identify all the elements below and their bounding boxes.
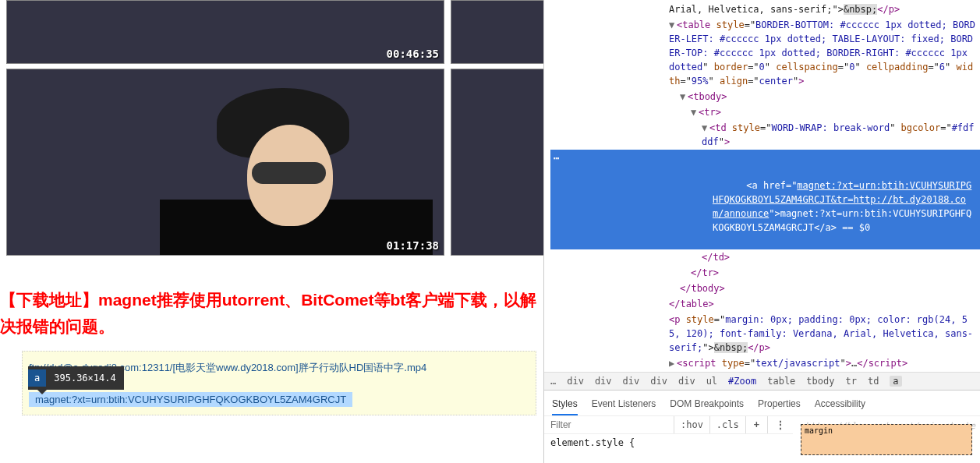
- box-model: https://blog.csdn.net/weixunbughe margin: [793, 416, 980, 463]
- dom-script1[interactable]: ▶<script type="text/javascript">…</scrip…: [550, 355, 980, 371]
- styles-body: :hov .cls + ⋮ element.style { https://bl…: [544, 415, 980, 463]
- tab-styles[interactable]: Styles: [552, 395, 578, 415]
- inspect-tooltip: a 395.36×14.4: [28, 366, 124, 390]
- margin-label: margin: [805, 426, 833, 435]
- collapse-arrow-icon[interactable]: ▶: [669, 356, 677, 370]
- dom-line[interactable]: Arial, Helvetica, sans-serif;">&nbsp;</p…: [550, 2, 980, 17]
- dom-p2[interactable]: <p style="margin: 0px; padding: 0px; col…: [550, 312, 980, 355]
- page-content: 00:46:35 01:17:38 【下载地址】magnet推荐使用utorre…: [0, 0, 543, 463]
- expand-arrow-icon[interactable]: ▼: [691, 105, 699, 119]
- dom-tbody-close[interactable]: </tbody>: [550, 281, 980, 296]
- tab-dom-breakpoints[interactable]: DOM Breakpoints: [670, 395, 744, 415]
- video-thumbnail-2[interactable]: 01:17:38: [6, 69, 444, 256]
- crumb[interactable]: …: [550, 376, 556, 387]
- video-thumbnail-side-2[interactable]: [451, 69, 543, 256]
- cls-toggle[interactable]: .cls: [709, 416, 745, 433]
- elements-tree[interactable]: Arial, Helvetica, sans-serif;">&nbsp;</p…: [544, 0, 980, 372]
- dom-script2[interactable]: <script src="/jsdd/750.js"></script>: [550, 371, 980, 372]
- expand-arrow-icon[interactable]: ▼: [680, 90, 688, 104]
- styles-tabs: Styles Event Listeners DOM Breakpoints P…: [544, 390, 980, 415]
- crumb[interactable]: div: [650, 376, 667, 387]
- dom-table-open[interactable]: ▼<table style="BORDER-BOTTOM: #cccccc 1p…: [550, 17, 980, 89]
- crumb-zoom[interactable]: #Zoom: [728, 376, 756, 387]
- crumb[interactable]: tbody: [806, 376, 834, 387]
- dom-td-close[interactable]: </td>: [550, 249, 980, 265]
- tab-event-listeners[interactable]: Event Listeners: [592, 395, 656, 415]
- new-rule-button[interactable]: +: [745, 416, 767, 433]
- crumb[interactable]: div: [567, 376, 584, 387]
- styles-filter-input[interactable]: [544, 416, 674, 433]
- breadcrumb[interactable]: … div div div div div ul #Zoom table tbo…: [544, 372, 980, 390]
- magnet-link[interactable]: magnet:?xt=urn:btih:VCUHYSURIPGHFQKOGKBO…: [29, 392, 352, 407]
- expand-arrow-icon[interactable]: ▼: [669, 18, 677, 32]
- crumb[interactable]: table: [767, 376, 795, 387]
- tooltip-dims: 395.36×14.4: [46, 369, 123, 387]
- video-thumbnail-side-1[interactable]: [451, 0, 543, 64]
- timestamp-2: 01:17:38: [387, 239, 439, 252]
- dom-tbody[interactable]: ▼<tbody>: [550, 89, 980, 104]
- crumb[interactable]: div: [678, 376, 695, 387]
- styles-filter-row: :hov .cls + ⋮: [544, 416, 793, 434]
- video-thumbnail-1[interactable]: 00:46:35: [6, 0, 444, 64]
- dom-table-close[interactable]: </table>: [550, 296, 980, 312]
- dom-selected-anchor[interactable]: ⋯ <a href="magnet:?xt=urn:btih:VCUHYSURI…: [550, 150, 980, 249]
- crumb[interactable]: tr: [845, 376, 856, 387]
- timestamp-1: 00:46:35: [387, 48, 439, 60]
- ellipsis-icon[interactable]: ⋯: [554, 151, 559, 165]
- hov-toggle[interactable]: :hov: [674, 416, 709, 433]
- tab-properties[interactable]: Properties: [758, 395, 801, 415]
- more-icon[interactable]: ⋮: [767, 416, 793, 433]
- dom-td[interactable]: ▼<td style="WORD-WRAP: break-word" bgcol…: [550, 120, 980, 150]
- devtools-panel: Arial, Helvetica, sans-serif;">&nbsp;</p…: [543, 0, 980, 463]
- crumb[interactable]: div: [595, 376, 612, 387]
- element-style-rule[interactable]: element.style {: [544, 434, 793, 451]
- dom-tr-close[interactable]: </tr>: [550, 265, 980, 281]
- tooltip-tag: a: [28, 369, 46, 387]
- tab-accessibility[interactable]: Accessibility: [815, 395, 865, 415]
- dom-tr[interactable]: ▼<tr>: [550, 104, 980, 120]
- crumb-selected[interactable]: a: [890, 376, 901, 387]
- expand-arrow-icon[interactable]: ▼: [702, 121, 709, 135]
- download-heading: 【下载地址】magnet推荐使用utorrent、BitComet等bt客户端下…: [0, 287, 543, 339]
- crumb[interactable]: td: [868, 376, 879, 387]
- crumb[interactable]: div: [623, 376, 640, 387]
- crumb[interactable]: ul: [706, 376, 717, 387]
